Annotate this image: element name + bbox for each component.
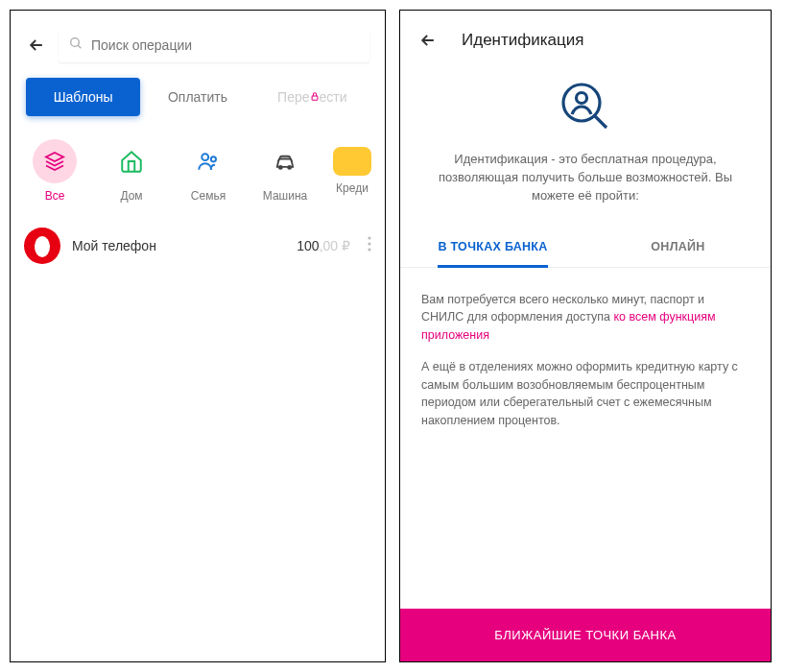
header: Идентификация: [400, 11, 771, 70]
search-icon: [68, 36, 83, 55]
svg-point-3: [202, 154, 208, 160]
category-family[interactable]: Семья: [170, 139, 247, 203]
tab-transfer-prefix: Пере: [277, 89, 309, 105]
paragraph-2: А ещё в отделениях можно оформить кредит…: [421, 358, 749, 430]
tab-content: Вам потребуется всего несколько минут, п…: [400, 268, 771, 467]
svg-point-6: [288, 166, 291, 169]
paragraph-1: Вам потребуется всего несколько минут, п…: [421, 291, 749, 345]
back-button[interactable]: [26, 35, 47, 56]
category-label: Креди: [336, 181, 369, 195]
list-item-my-phone[interactable]: Мой телефон 100,00 ₽: [11, 212, 385, 279]
tab-pay[interactable]: Оплатить: [140, 78, 254, 116]
car-icon: [263, 139, 307, 183]
category-label: Все: [45, 189, 65, 203]
mts-egg-icon: [24, 228, 60, 264]
tab-transfer[interactable]: Пере ести: [255, 78, 369, 116]
svg-point-9: [368, 242, 370, 245]
svg-line-13: [595, 116, 607, 128]
back-button[interactable]: [417, 30, 439, 51]
identification-description: Идентификация - это бесплатная процедура…: [400, 151, 771, 227]
category-strip[interactable]: Все Дом Семья Машина Креди: [11, 126, 385, 212]
search-input[interactable]: [91, 37, 360, 53]
wallet-icon: [333, 147, 371, 176]
screen-payments: Шаблоны Оплатить Пере ести Все Дом Семья: [10, 10, 386, 662]
screen-identification: Идентификация Идентификация - это беспла…: [399, 10, 772, 662]
house-icon: [109, 139, 154, 183]
svg-point-8: [368, 236, 370, 239]
category-label: Машина: [263, 189, 307, 203]
nearest-points-button[interactable]: БЛИЖАЙШИЕ ТОЧКИ БАНКА: [400, 609, 771, 661]
search-box[interactable]: [59, 28, 369, 62]
svg-point-7: [35, 236, 50, 257]
identification-hero-icon: [400, 70, 771, 151]
more-icon[interactable]: [362, 236, 371, 255]
tab-transfer-suffix: ести: [320, 89, 347, 105]
tab-online[interactable]: ОНЛАЙН: [585, 227, 771, 267]
svg-point-4: [211, 156, 216, 161]
people-icon: [186, 139, 230, 183]
category-all[interactable]: Все: [16, 139, 93, 203]
page-title: Идентификация: [462, 31, 583, 50]
lock-icon: [310, 91, 320, 104]
category-label: Семья: [191, 189, 226, 203]
stack-icon: [33, 139, 77, 183]
svg-line-1: [78, 45, 81, 48]
list-item-title: Мой телефон: [72, 238, 285, 253]
svg-point-5: [279, 166, 282, 169]
header: [11, 11, 385, 74]
identification-tabs: В ТОЧКАХ БАНКА ОНЛАЙН: [400, 227, 771, 268]
category-home[interactable]: Дом: [93, 139, 170, 203]
main-tabs: Шаблоны Оплатить Пере ести: [11, 74, 385, 126]
category-label: Дом: [120, 189, 142, 203]
svg-point-10: [368, 248, 370, 251]
category-credits[interactable]: Креди: [323, 139, 381, 203]
svg-point-12: [577, 93, 587, 104]
svg-point-0: [71, 38, 80, 47]
tab-bank-points[interactable]: В ТОЧКАХ БАНКА: [400, 227, 585, 267]
tab-templates[interactable]: Шаблоны: [26, 78, 140, 116]
svg-rect-2: [312, 96, 318, 100]
list-item-amount: 100,00 ₽: [297, 238, 350, 253]
category-car[interactable]: Машина: [247, 139, 323, 203]
